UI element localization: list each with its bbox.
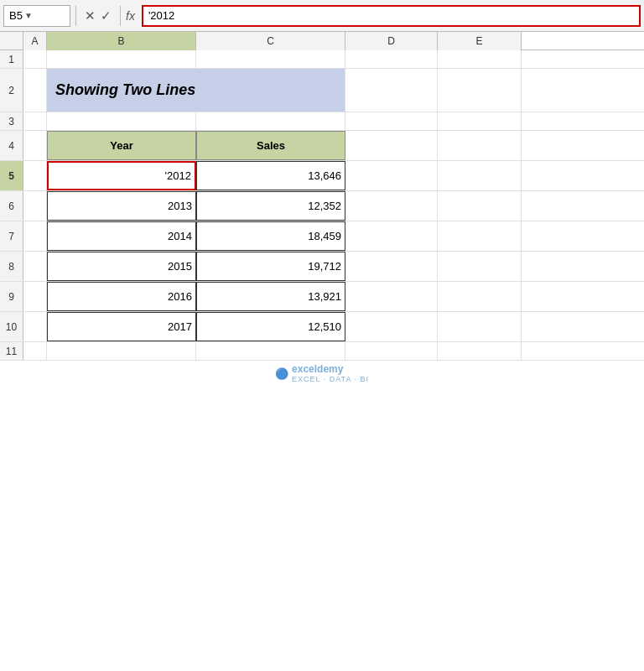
table-row: 11 [0, 342, 644, 361]
cell-d7[interactable] [345, 221, 438, 251]
confirm-icon[interactable]: ✓ [101, 8, 112, 23]
cell-d5[interactable] [345, 161, 438, 190]
cell-c10[interactable]: 12,510 [196, 312, 345, 341]
fx-label: fx [126, 9, 135, 23]
cell-a8[interactable] [23, 252, 47, 281]
cell-c3[interactable] [196, 112, 345, 130]
cell-c7[interactable]: 18,459 [196, 221, 345, 251]
watermark: 🔵 exceldemy EXCEL · DATA · BI [0, 361, 644, 386]
cancel-icon[interactable]: ✕ [85, 8, 96, 23]
cell-e1[interactable] [438, 50, 522, 68]
cell-e7[interactable] [438, 221, 522, 251]
cell-a4[interactable] [23, 131, 47, 160]
cell-d8[interactable] [345, 252, 438, 281]
cell-d6[interactable] [345, 191, 438, 221]
table-row: 1 [0, 50, 644, 69]
cell-b6[interactable]: 2013 [47, 191, 196, 221]
cell-reference-box[interactable]: B5 ▼ [3, 5, 70, 27]
table-row: 9 2016 13,921 [0, 282, 644, 312]
corner-header [0, 32, 23, 49]
cell-b3[interactable] [47, 112, 196, 130]
cell-a9[interactable] [23, 282, 47, 311]
table-row: 3 [0, 112, 644, 131]
cell-c8[interactable]: 19,712 [196, 252, 345, 281]
cell-e9[interactable] [438, 282, 522, 311]
cell-ref-dropdown-icon[interactable]: ▼ [24, 11, 33, 20]
cell-b10[interactable]: 2017 [47, 312, 196, 341]
row-num-10: 10 [0, 312, 23, 341]
cell-b7[interactable]: 2014 [47, 221, 196, 251]
grid-body: 1 2 Showing Two Lines 3 [0, 50, 644, 361]
row-num-6: 6 [0, 191, 23, 221]
cell-b8[interactable]: 2015 [47, 252, 196, 281]
cell-e5[interactable] [438, 161, 522, 190]
cell-a2[interactable] [23, 69, 47, 112]
cell-a10[interactable] [23, 312, 47, 341]
sales-header: Sales [257, 139, 285, 152]
cell-e10[interactable] [438, 312, 522, 341]
cell-a7[interactable] [23, 221, 47, 251]
cell-a11[interactable] [23, 342, 47, 360]
cell-a6[interactable] [23, 191, 47, 221]
cell-d3[interactable] [345, 112, 438, 130]
table-row: 7 2014 18,459 [0, 221, 644, 252]
col-header-a[interactable]: A [23, 32, 47, 50]
cell-e4[interactable] [438, 131, 522, 160]
cell-e8[interactable] [438, 252, 522, 281]
cell-a5[interactable] [23, 161, 47, 190]
cell-b6-value: 2013 [168, 200, 192, 212]
cell-c9[interactable]: 13,921 [196, 282, 345, 311]
cell-b11[interactable] [47, 342, 196, 360]
cell-a3[interactable] [23, 112, 47, 130]
cell-d1[interactable] [345, 50, 438, 68]
row-num-5: 5 [0, 161, 23, 190]
cell-c5-value: 13,646 [308, 169, 341, 182]
cell-b7-value: 2014 [168, 230, 192, 242]
cell-ref-value: B5 [9, 9, 23, 22]
cell-d2[interactable] [345, 69, 438, 112]
col-header-b[interactable]: B [47, 32, 196, 50]
formula-bar: B5 ▼ ✕ ✓ fx '2012 [0, 0, 644, 32]
cell-b9[interactable]: 2016 [47, 282, 196, 311]
cell-c11[interactable] [196, 342, 345, 360]
cell-b10-value: 2017 [168, 320, 192, 333]
cell-c6[interactable]: 12,352 [196, 191, 345, 221]
formula-bar-divider [75, 6, 76, 26]
cell-c8-value: 19,712 [308, 260, 341, 273]
formula-input[interactable]: '2012 [142, 5, 641, 27]
cell-d10[interactable] [345, 312, 438, 341]
watermark-brand: exceldemy [292, 363, 369, 375]
row-num-7: 7 [0, 221, 23, 251]
cell-c5[interactable]: 13,646 [196, 161, 345, 190]
title-cell[interactable]: Showing Two Lines [47, 69, 345, 112]
cell-c4-header[interactable]: Sales [196, 131, 345, 160]
row-num-4: 4 [0, 131, 23, 160]
cell-e6[interactable] [438, 191, 522, 221]
table-row: 5 '2012 13,646 [0, 161, 644, 191]
table-row: 2 Showing Two Lines [0, 69, 644, 112]
cell-e2[interactable] [438, 69, 522, 112]
watermark-icon: 🔵 [275, 367, 288, 380]
cell-c6-value: 12,352 [308, 200, 341, 212]
cell-b5-active[interactable]: '2012 [47, 161, 196, 190]
cell-d4[interactable] [345, 131, 438, 160]
title-text: Showing Two Lines [55, 81, 195, 99]
cell-d11[interactable] [345, 342, 438, 360]
cell-c10-value: 12,510 [308, 320, 341, 333]
cell-e11[interactable] [438, 342, 522, 360]
col-header-d[interactable]: D [345, 32, 438, 50]
cell-a1[interactable] [23, 50, 47, 68]
table-row: 8 2015 19,712 [0, 252, 644, 282]
cell-d9[interactable] [345, 282, 438, 311]
cell-e3[interactable] [438, 112, 522, 130]
table-row: 4 Year Sales [0, 131, 644, 161]
formula-bar-divider2 [120, 6, 121, 26]
formula-icon-group: ✕ ✓ [81, 8, 115, 23]
formula-value: '2012 [148, 9, 174, 22]
cell-c1[interactable] [196, 50, 345, 68]
col-header-e[interactable]: E [438, 32, 522, 50]
row-num-2: 2 [0, 69, 23, 112]
col-header-c[interactable]: C [196, 32, 345, 50]
cell-b4-header[interactable]: Year [47, 131, 196, 160]
cell-b1[interactable] [47, 50, 196, 68]
